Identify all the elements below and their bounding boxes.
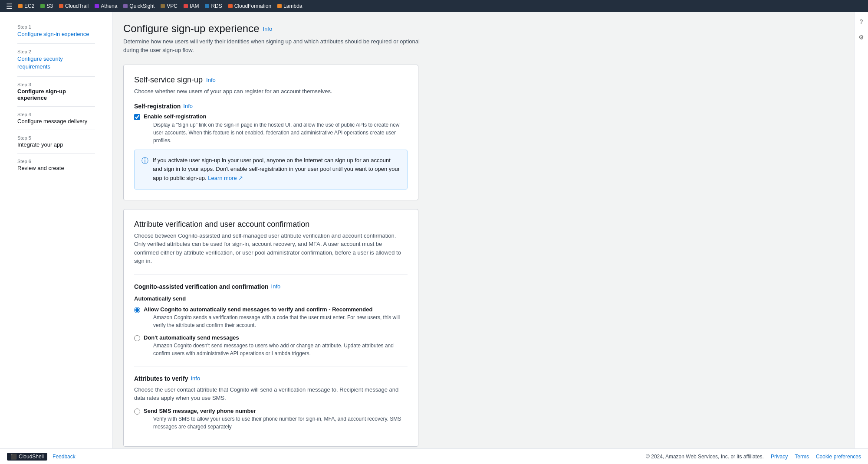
sidebar: Step 1 Configure sign-in experience Step… xyxy=(0,12,113,448)
step-divider-2 xyxy=(17,76,95,77)
enable-self-registration-row: Enable self-registration Display a "Sign… xyxy=(134,113,408,144)
page-title-info-badge[interactable]: Info xyxy=(263,26,273,32)
self-registration-warning-box: ⓘ If you activate user sign-up in your u… xyxy=(134,150,408,190)
radio-allow-cognito[interactable] xyxy=(134,307,140,313)
attr-verify-desc: Choose between Cognito-assisted and self… xyxy=(134,232,403,265)
top-navigation: ☰ EC2 S3 CloudTrail Athena QuickSight VP… xyxy=(0,0,868,12)
step-1-link[interactable]: Configure sign-in experience xyxy=(17,31,89,37)
attr-verify-title: Attribute verification and user account … xyxy=(134,220,309,229)
radio-allow-cognito-row: Allow Cognito to automatically send mess… xyxy=(134,306,408,329)
step-4-label: Configure message delivery xyxy=(17,118,87,124)
attr-to-verify-title-row: Attributes to verify Info xyxy=(134,375,408,382)
sidebar-step-4: Step 4 Configure message delivery xyxy=(7,108,105,128)
self-service-card: Self-service sign-up Info Choose whether… xyxy=(123,65,418,200)
feedback-link[interactable]: Feedback xyxy=(53,454,76,460)
radio-dont-send-label: Don't automatically send messages xyxy=(144,334,405,341)
sidebar-step-5: Step 5 Integrate your app xyxy=(7,132,105,151)
nav-item-vpc[interactable]: VPC xyxy=(158,2,180,10)
step-5-label: Integrate your app xyxy=(17,141,63,148)
sidebar-step-3: Step 3 Configure sign-up experience xyxy=(7,78,105,105)
athena-icon xyxy=(95,4,99,8)
radio-dont-send[interactable] xyxy=(134,335,140,341)
help-icon-btn[interactable]: ? xyxy=(855,16,868,28)
radio-allow-cognito-desc: Amazon Cognito sends a verification mess… xyxy=(153,314,405,329)
self-service-title-row: Self-service sign-up Info xyxy=(134,75,408,85)
nav-item-ec2[interactable]: EC2 xyxy=(16,2,37,10)
radio-sms-label: Send SMS message, verify phone number xyxy=(144,408,405,414)
attr-to-verify-desc: Choose the user contact attribute that C… xyxy=(134,386,403,402)
attr-card-divider-2 xyxy=(134,366,408,366)
iam-icon xyxy=(184,4,188,8)
step-divider-4 xyxy=(17,130,95,130)
step-divider-3 xyxy=(17,106,95,107)
attr-to-verify-title: Attributes to verify xyxy=(134,375,188,382)
settings-icon-btn[interactable]: ⚙ xyxy=(855,31,868,43)
step-2-link[interactable]: Configure security requirements xyxy=(17,56,63,70)
auto-send-radio-group: Allow Cognito to automatically send mess… xyxy=(134,306,408,357)
cookie-link[interactable]: Cookie preferences xyxy=(816,454,861,460)
privacy-link[interactable]: Privacy xyxy=(771,454,788,460)
right-panel: ? ⚙ xyxy=(854,12,868,448)
attr-card-divider xyxy=(134,274,408,274)
rds-icon xyxy=(205,4,209,8)
ec2-icon xyxy=(18,4,23,8)
nav-item-quicksight[interactable]: QuickSight xyxy=(121,2,157,10)
registration-info-badge[interactable]: Info xyxy=(183,103,193,109)
self-service-title: Self-service sign-up xyxy=(134,75,203,85)
step-divider-1 xyxy=(17,43,95,44)
nav-item-s3[interactable]: S3 xyxy=(38,2,56,10)
step-6-label: Review and create xyxy=(17,165,64,171)
nav-item-cloudformation[interactable]: CloudFormation xyxy=(226,2,274,10)
learn-more-link[interactable]: Learn more ↗ xyxy=(208,175,243,181)
sidebar-step-2: Step 2 Configure security requirements xyxy=(7,46,105,74)
s3-icon xyxy=(40,4,45,8)
attribute-verification-card: Attribute verification and user account … xyxy=(123,209,418,447)
hamburger-menu[interactable]: ☰ xyxy=(3,1,15,11)
page-title: Configure sign-up experience xyxy=(123,23,260,35)
nav-item-cloudtrail[interactable]: CloudTrail xyxy=(56,2,91,10)
cloudformation-icon xyxy=(228,4,233,8)
info-circle-icon: ⓘ xyxy=(141,157,148,166)
auto-send-label: Automatically send xyxy=(134,295,408,302)
page-subtitle: Determine how new users will verify thei… xyxy=(123,37,427,54)
cognito-section-info-badge[interactable]: Info xyxy=(271,283,281,290)
radio-dont-send-row: Don't automatically send messages Amazon… xyxy=(134,334,408,357)
bottom-left: ⬛ CloudShell Feedback xyxy=(7,453,76,461)
nav-item-rds[interactable]: RDS xyxy=(202,2,224,10)
copyright-text: © 2024, Amazon Web Services, Inc. or its… xyxy=(646,454,764,460)
warning-text: If you activate user sign-up in your use… xyxy=(153,156,400,183)
vpc-icon xyxy=(161,4,165,8)
sidebar-step-6: Step 6 Review and create xyxy=(7,155,105,175)
terms-link[interactable]: Terms xyxy=(795,454,809,460)
nav-item-athena[interactable]: Athena xyxy=(92,2,120,10)
radio-sms-row: Send SMS message, verify phone number Ve… xyxy=(134,408,408,431)
step-3-current: Configure sign-up experience xyxy=(17,88,66,101)
page-title-row: Configure sign-up experience Info xyxy=(123,23,844,35)
sidebar-step-1: Step 1 Configure sign-in experience xyxy=(7,21,105,42)
enable-self-registration-desc: Display a "Sign up" link on the sign-in … xyxy=(153,121,405,144)
cloudshell-button[interactable]: ⬛ CloudShell xyxy=(7,453,47,461)
quicksight-icon xyxy=(123,4,128,8)
nav-item-lambda[interactable]: Lambda xyxy=(275,2,305,10)
cognito-section-title-row: Cognito-assisted verification and confir… xyxy=(134,283,408,290)
cloudtrail-icon xyxy=(59,4,63,8)
attr-to-verify-info-badge[interactable]: Info xyxy=(191,375,200,382)
self-service-desc: Choose whether new users of your app can… xyxy=(134,87,403,96)
enable-self-registration-label: Enable self-registration xyxy=(144,113,405,120)
radio-allow-cognito-label: Allow Cognito to automatically send mess… xyxy=(144,306,405,313)
radio-sms-desc: Verify with SMS to allow your users to u… xyxy=(153,415,405,431)
bottom-bar: ⬛ CloudShell Feedback © 2024, Amazon Web… xyxy=(0,448,868,464)
radio-sms[interactable] xyxy=(134,408,140,415)
registration-label: Self-registration xyxy=(134,103,181,110)
attr-verify-title-row: Attribute verification and user account … xyxy=(134,220,408,229)
nav-item-iam[interactable]: IAM xyxy=(181,2,201,10)
main-content: Configure sign-up experience Info Determ… xyxy=(113,12,854,464)
enable-self-registration-checkbox[interactable] xyxy=(134,114,140,120)
registration-title-row: Self-registration Info xyxy=(134,103,408,110)
step-divider-5 xyxy=(17,153,95,154)
radio-dont-send-desc: Amazon Cognito doesn't send messages to … xyxy=(153,342,405,357)
lambda-icon xyxy=(277,4,282,8)
cognito-section-title: Cognito-assisted verification and confir… xyxy=(134,283,269,290)
bottom-right: © 2024, Amazon Web Services, Inc. or its… xyxy=(646,454,861,460)
self-service-info-badge[interactable]: Info xyxy=(206,77,216,83)
